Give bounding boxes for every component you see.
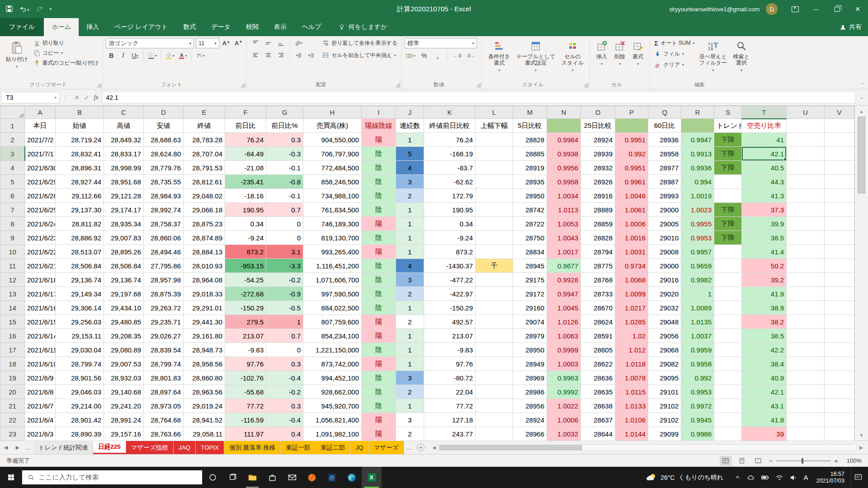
cell-E1[interactable]: 終値 xyxy=(184,119,225,133)
cell-C18[interactable]: 29,007.53 xyxy=(104,357,144,371)
cell-H17[interactable]: 1,221,150,000 xyxy=(303,343,362,357)
cell-R20[interactable]: 0.9953 xyxy=(681,385,714,399)
cell-C21[interactable]: 29,241.20 xyxy=(104,399,144,413)
cell-L17[interactable] xyxy=(476,343,513,357)
cell-H10[interactable]: 993,265,400 xyxy=(303,245,362,259)
cell-N15[interactable]: 1.0126 xyxy=(547,315,581,329)
cell-J22[interactable]: 3 xyxy=(396,413,424,427)
tab-校閲[interactable]: 校閲 xyxy=(238,18,266,36)
mail-button[interactable] xyxy=(282,467,302,488)
scroll-down-icon[interactable]: ▼ xyxy=(855,430,868,441)
cell-F12[interactable]: -54.25 xyxy=(225,273,266,287)
row-header-9[interactable]: 9 xyxy=(0,231,25,245)
cell-M15[interactable]: 29074 xyxy=(513,315,547,329)
cell-O6[interactable]: 28916 xyxy=(581,189,615,203)
network-icon[interactable] xyxy=(775,474,783,482)
sheet-more-right[interactable]: … xyxy=(404,441,414,454)
cell-Q22[interactable]: 29102 xyxy=(648,413,681,427)
new-sheet-button[interactable]: + xyxy=(414,441,428,454)
cell-C16[interactable]: 29,208.35 xyxy=(104,329,144,343)
delete-cells-button[interactable]: 削除 xyxy=(611,38,629,68)
cell-P11[interactable]: 0.9734 xyxy=(615,259,648,273)
cell-M16[interactable]: 28979 xyxy=(513,329,547,343)
cell-L3[interactable] xyxy=(476,147,513,161)
cell-S8[interactable]: 下降 xyxy=(714,217,742,231)
row-header-5[interactable]: 5 xyxy=(0,175,25,189)
cell-N2[interactable]: 0.9984 xyxy=(547,133,581,147)
cell-K13[interactable]: -422.97 xyxy=(424,287,476,301)
cell-N22[interactable]: 1.0006 xyxy=(547,413,581,427)
cell-C23[interactable]: 29,157.16 xyxy=(104,427,144,441)
cell-I8[interactable]: 陽 xyxy=(362,217,396,231)
cell-U4[interactable] xyxy=(787,161,825,175)
cell-J8[interactable]: 1 xyxy=(396,217,424,231)
cell-S21[interactable] xyxy=(714,399,742,413)
cell-E18[interactable]: 28,958.56 xyxy=(184,357,225,371)
row-header-20[interactable]: 20 xyxy=(0,385,25,399)
zoom-out-icon[interactable]: − xyxy=(769,457,773,465)
cell-G2[interactable]: 0.3 xyxy=(266,133,303,147)
page-break-view-button[interactable] xyxy=(752,456,764,466)
cell-O14[interactable]: 28670 xyxy=(581,301,615,315)
cell-V22[interactable] xyxy=(825,413,854,427)
cell-K22[interactable]: 127.18 xyxy=(424,413,476,427)
cell-B16[interactable]: 29,153.11 xyxy=(56,329,104,343)
cell-L16[interactable] xyxy=(476,329,513,343)
cell-J18[interactable]: 1 xyxy=(396,357,424,371)
wrap-text-button[interactable]: 折り返して全体を表示する xyxy=(321,38,399,48)
cell-G21[interactable]: 0.3 xyxy=(266,399,303,413)
cell-H9[interactable]: 819,130,700 xyxy=(303,231,362,245)
format-painter-button[interactable]: 書式のコピー/貼り付け xyxy=(32,58,100,68)
cell-U17[interactable] xyxy=(787,343,825,357)
cell-U21[interactable] xyxy=(787,399,825,413)
cell-O17[interactable]: 28605 xyxy=(581,343,615,357)
tab-ページ レイアウト[interactable]: ページ レイアウト xyxy=(107,18,175,36)
cell-E12[interactable]: 28,964.08 xyxy=(184,273,225,287)
cell-B10[interactable]: 28,513.07 xyxy=(56,245,104,259)
cell-P21[interactable]: 1.0133 xyxy=(615,399,648,413)
cell-H18[interactable]: 873,742,000 xyxy=(303,357,362,371)
cell-V16[interactable] xyxy=(825,329,854,343)
cell-N1[interactable] xyxy=(547,119,581,133)
cell-F4[interactable]: -21.08 xyxy=(225,161,266,175)
cell-N8[interactable]: 1.0053 xyxy=(547,217,581,231)
cell-D10[interactable]: 28,494.46 xyxy=(144,245,184,259)
cell-S12[interactable] xyxy=(714,273,742,287)
cell-R17[interactable]: 0.9959 xyxy=(681,343,714,357)
select-all-corner[interactable] xyxy=(0,106,25,119)
cell-C19[interactable]: 28,932.03 xyxy=(104,371,144,385)
sheet-tab-東証二部[interactable]: 東証二部 xyxy=(316,441,350,454)
cell-I22[interactable]: 陽 xyxy=(362,413,396,427)
cell-U8[interactable] xyxy=(787,217,825,231)
cell-V19[interactable] xyxy=(825,371,854,385)
tab-挿入[interactable]: 挿入 xyxy=(79,18,107,36)
cell-I15[interactable]: 陽 xyxy=(362,315,396,329)
cell-K20[interactable]: 22.04 xyxy=(424,385,476,399)
cell-Q23[interactable]: 29099 xyxy=(648,427,681,441)
column-header-T[interactable]: T xyxy=(742,106,787,119)
cell-J7[interactable]: 1 xyxy=(396,203,424,217)
cell-L5[interactable] xyxy=(476,175,513,189)
cell-B2[interactable]: 28,719.24 xyxy=(56,133,104,147)
cell-V3[interactable] xyxy=(825,147,854,161)
cell-U15[interactable] xyxy=(787,315,825,329)
cell-A17[interactable]: 2021/6/11 xyxy=(25,343,56,357)
cell-K9[interactable]: -9.24 xyxy=(424,231,476,245)
cell-Q15[interactable]: 29048 xyxy=(648,315,681,329)
cell-D19[interactable]: 28,801.83 xyxy=(144,371,184,385)
cell-J2[interactable]: 1 xyxy=(396,133,424,147)
cell-F16[interactable]: 213.07 xyxy=(225,329,266,343)
cell-P3[interactable]: 0.992 xyxy=(615,147,648,161)
cell-G23[interactable]: 0.4 xyxy=(266,427,303,441)
cell-R15[interactable]: 1.0135 xyxy=(681,315,714,329)
cell-C4[interactable]: 28,998.99 xyxy=(104,161,144,175)
cell-N20[interactable]: 0.9992 xyxy=(547,385,581,399)
cell-N18[interactable]: 1.0003 xyxy=(547,357,581,371)
cell-U5[interactable] xyxy=(787,175,825,189)
decrease-decimal-button[interactable]: .0→ xyxy=(465,52,476,59)
cell-O10[interactable]: 28794 xyxy=(581,245,615,259)
cell-E13[interactable]: 29,018.33 xyxy=(184,287,225,301)
cell-I6[interactable]: 陰 xyxy=(362,189,396,203)
cell-O16[interactable]: 28591 xyxy=(581,329,615,343)
cell-U3[interactable] xyxy=(787,147,825,161)
